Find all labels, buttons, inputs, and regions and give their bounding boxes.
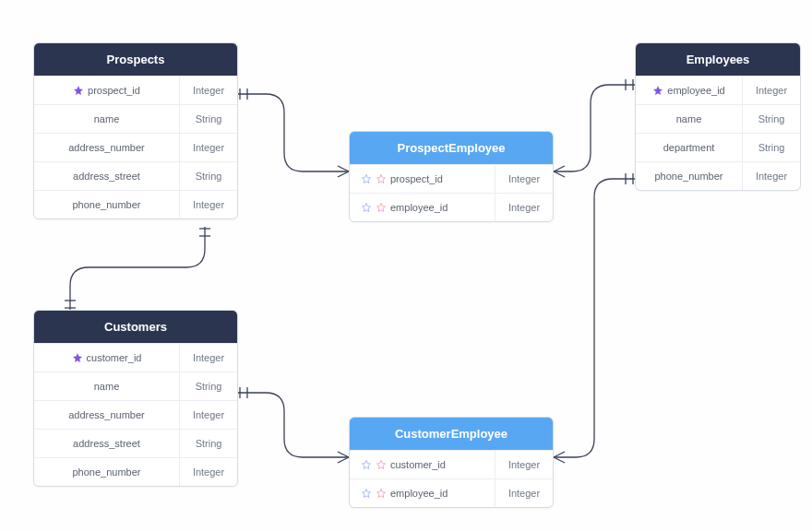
table-row: address_streetString xyxy=(34,161,237,190)
star-outline-icon xyxy=(376,202,387,213)
table-row: customer_id Integer xyxy=(34,343,237,372)
field-name: phone_number xyxy=(72,466,140,478)
field-type: Integer xyxy=(496,165,553,193)
table-row: address_streetString xyxy=(34,429,237,457)
field-type: Integer xyxy=(180,77,237,104)
field-name: name xyxy=(676,113,702,124)
field-type: String xyxy=(180,430,237,457)
entity-title: Employees xyxy=(636,43,800,76)
field-name: prospect_id xyxy=(88,85,140,96)
field-type: Integer xyxy=(180,344,237,372)
table-row: employee_id Integer xyxy=(350,193,553,221)
table-row: departmentString xyxy=(636,133,800,161)
field-name: employee_id xyxy=(390,202,448,213)
table-row: nameString xyxy=(636,104,800,133)
table-row: phone_numberInteger xyxy=(34,190,237,218)
entity-title: Prospects xyxy=(34,43,237,76)
field-name: customer_id xyxy=(87,352,142,363)
star-outline-icon xyxy=(376,459,387,470)
field-name: phone_number xyxy=(654,171,722,182)
star-icon xyxy=(73,85,84,96)
table-row: address_numberInteger xyxy=(34,400,237,429)
field-type: Integer xyxy=(180,458,237,486)
field-name: prospect_id xyxy=(390,173,443,184)
field-name: address_street xyxy=(73,171,140,182)
field-name: address_number xyxy=(68,409,145,420)
field-type: Integer xyxy=(496,479,553,507)
table-row: customer_id Integer xyxy=(350,450,553,478)
star-outline-icon xyxy=(361,459,372,470)
table-row: nameString xyxy=(34,104,237,133)
star-outline-icon xyxy=(361,202,372,213)
star-outline-icon xyxy=(361,173,372,184)
table-row: employee_id Integer xyxy=(636,76,800,104)
table-row: phone_numberInteger xyxy=(636,161,800,190)
field-type: String xyxy=(180,105,237,133)
table-row: prospect_id Integer xyxy=(34,76,237,104)
field-name: name xyxy=(94,381,120,392)
field-type: Integer xyxy=(496,194,553,221)
field-type: Integer xyxy=(743,77,800,104)
table-row: address_numberInteger xyxy=(34,133,237,161)
field-name: employee_id xyxy=(667,85,724,96)
field-type: String xyxy=(743,105,800,133)
field-type: String xyxy=(180,162,237,190)
field-name: name xyxy=(94,113,120,124)
field-name: address_street xyxy=(73,438,140,449)
field-type: String xyxy=(180,372,237,400)
field-name: employee_id xyxy=(390,488,448,499)
field-type: Integer xyxy=(496,451,553,478)
entity-title: ProspectEmployee xyxy=(350,132,553,164)
field-name: address_number xyxy=(68,142,145,153)
entity-customers[interactable]: Customers customer_id Integer nameString… xyxy=(33,310,238,487)
field-type: Integer xyxy=(180,191,237,218)
table-row: employee_id Integer xyxy=(350,478,553,507)
entity-title: Customers xyxy=(34,311,237,343)
field-name: customer_id xyxy=(390,459,446,470)
star-icon xyxy=(72,352,83,363)
star-outline-icon xyxy=(376,173,387,184)
star-outline-icon xyxy=(361,488,372,499)
star-outline-icon xyxy=(376,488,387,499)
entity-customer-employee[interactable]: CustomerEmployee customer_id Integer emp… xyxy=(349,417,554,508)
field-type: Integer xyxy=(180,401,237,429)
star-icon xyxy=(652,85,663,96)
field-name: department xyxy=(663,142,715,153)
field-name: phone_number xyxy=(72,199,140,210)
table-row: prospect_id Integer xyxy=(350,164,553,193)
field-type: Integer xyxy=(180,134,237,161)
entity-prospect-employee[interactable]: ProspectEmployee prospect_id Integer emp… xyxy=(349,131,554,222)
field-type: Integer xyxy=(743,162,800,190)
table-row: phone_numberInteger xyxy=(34,457,237,486)
entity-title: CustomerEmployee xyxy=(350,418,553,450)
entity-employees[interactable]: Employees employee_id Integer nameString… xyxy=(635,42,801,191)
table-row: nameString xyxy=(34,372,237,400)
field-type: String xyxy=(743,134,800,161)
entity-prospects[interactable]: Prospects prospect_id Integer nameString… xyxy=(33,42,238,219)
